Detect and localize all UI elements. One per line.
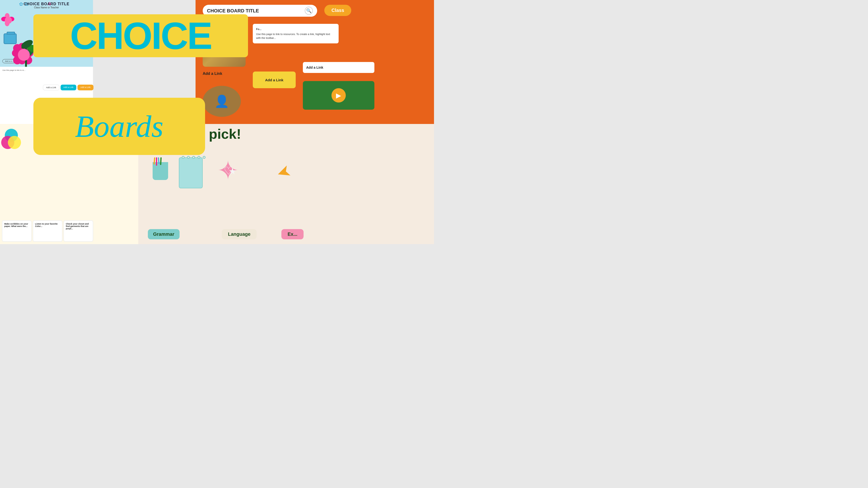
class-name-subtitle: Class Name or Teacher bbox=[0, 6, 93, 9]
mid-cards-row: Add a Link Add a Link Add a Link bbox=[43, 85, 93, 90]
search-icon[interactable]: 🔍 bbox=[305, 7, 313, 15]
mini-card-teal[interactable]: Add a Link bbox=[61, 85, 76, 90]
language-button[interactable]: Language bbox=[222, 229, 256, 239]
white-info-card: Fo... Use this page to link to resources… bbox=[253, 24, 339, 43]
use-this-page-text: Use this page to link to re... bbox=[2, 69, 45, 71]
person-icon: 👤 bbox=[214, 94, 229, 108]
person-image-card: 👤 bbox=[203, 86, 241, 117]
white-add-link-card[interactable]: Add a Link bbox=[303, 62, 374, 73]
mini-card-orange[interactable]: Add a Link bbox=[78, 85, 93, 90]
card-scribbles: Make scribbles on your paper. What were … bbox=[2, 220, 32, 242]
class-tab[interactable]: Class bbox=[324, 5, 351, 16]
boards-banner: Boards bbox=[33, 98, 205, 155]
white-card-text: Use this page to link to resources. To c… bbox=[256, 32, 335, 40]
play-icon[interactable]: ▶ bbox=[332, 88, 346, 102]
star-inner: ★ bbox=[229, 167, 236, 176]
play-button-card[interactable]: ▶ bbox=[303, 81, 374, 110]
background-collage: ✿ ✿ ✿ Add a Li... bbox=[0, 0, 434, 244]
search-bar-title: CHOICE BOARD TITLE bbox=[207, 8, 305, 13]
topleft-title-area: CHOICE BOARD TITLE Class Name or Teacher bbox=[0, 2, 93, 9]
color-circles bbox=[1, 129, 23, 150]
arrow-decoration: ➤ bbox=[274, 160, 293, 183]
bottom-cards-row: Make scribbles on your paper. What were … bbox=[0, 220, 95, 242]
card-closet: Check your closet and find garments that… bbox=[63, 220, 93, 242]
for-label: Fo... bbox=[256, 27, 335, 31]
choice-banner: CHOICE bbox=[33, 14, 248, 57]
yellow-add-link-card[interactable]: Add a Link bbox=[253, 71, 296, 88]
spiral-notebook bbox=[179, 157, 203, 188]
card-listen: Listen to your favorite Color... bbox=[33, 220, 62, 242]
star-heart-badge: ✦ ♡ ★ bbox=[217, 157, 248, 188]
add-link-1[interactable]: Add a Link bbox=[203, 71, 222, 76]
add-link-label-2: Add a Link bbox=[306, 66, 323, 69]
choice-board-title-topleft: CHOICE BOARD TITLE bbox=[0, 2, 93, 6]
pencil-cup-decoration bbox=[153, 162, 168, 180]
flower-decoration-topleft bbox=[1, 13, 18, 30]
choice-text: CHOICE bbox=[70, 17, 211, 55]
mini-card-white[interactable]: Add a Link bbox=[43, 85, 59, 90]
grammar-button[interactable]: Grammar bbox=[148, 229, 180, 239]
extra-button[interactable]: Ex... bbox=[281, 229, 304, 239]
briefcase-icon bbox=[4, 33, 17, 44]
boards-text: Boards bbox=[75, 108, 163, 144]
